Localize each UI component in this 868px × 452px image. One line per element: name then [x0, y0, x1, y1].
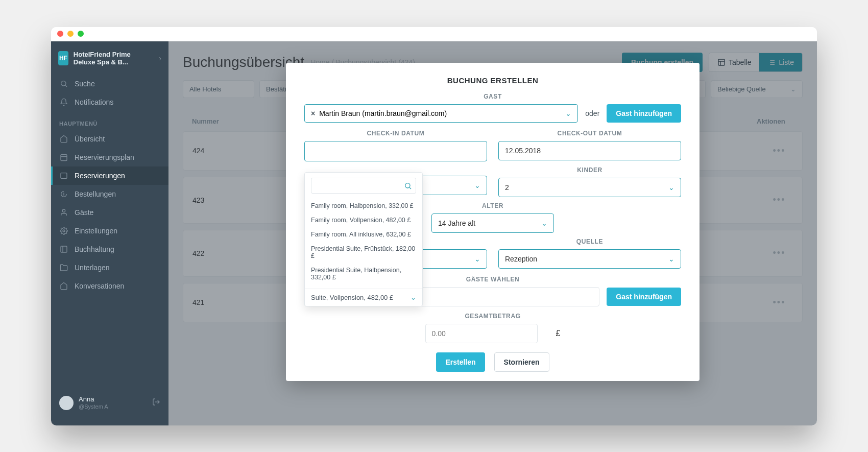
- sidebar-item-reservierungen[interactable]: Reservierungen: [51, 166, 168, 185]
- label-kinder: KINDER: [498, 166, 681, 174]
- sidebar-item-buchhaltung[interactable]: Buchhaltung: [51, 240, 168, 258]
- sidebar-section-header: HAUPTMENÜ: [51, 111, 168, 130]
- nav-icon: [59, 153, 68, 161]
- label-total: GESAMTBETRAG: [304, 313, 681, 320]
- add-guest-button[interactable]: Gast hinzufügen: [607, 104, 681, 123]
- chevron-down-icon: ⌄: [668, 183, 674, 192]
- sidebar-item-gäste[interactable]: Gäste: [51, 203, 168, 222]
- chevron-right-icon: ›: [159, 54, 161, 62]
- svg-rect-9: [61, 246, 67, 252]
- add-additional-guest-button[interactable]: Gast hinzufügen: [607, 288, 681, 306]
- quelle-select[interactable]: Rezeption⌄: [498, 249, 681, 269]
- svg-point-21: [405, 183, 410, 187]
- user-name: Anna: [79, 396, 108, 403]
- nav-icon: [59, 135, 68, 143]
- room-option[interactable]: Family room, All inklusive, 632,00 £: [305, 227, 422, 242]
- nav-icon: [59, 264, 68, 272]
- room-option[interactable]: Presidential Suite, Halbpension, 332,00 …: [305, 263, 422, 284]
- sidebar-item-label: Buchhaltung: [75, 245, 114, 253]
- sidebar-item-label: Unterlagen: [75, 264, 110, 272]
- logout-icon[interactable]: [152, 398, 160, 408]
- svg-point-0: [61, 81, 66, 85]
- chevron-down-icon: ⌄: [541, 219, 547, 227]
- kinder-select[interactable]: 2⌄: [498, 178, 681, 197]
- alter-select[interactable]: 14 Jahre alt⌄: [431, 213, 554, 233]
- room-option[interactable]: Family room, Halbpension, 332,00 £: [305, 199, 422, 213]
- room-type-select-footer[interactable]: Suite, Vollpension, 482,00 £ ⌄: [305, 289, 422, 306]
- sidebar-user[interactable]: Anna @System A: [51, 390, 168, 416]
- chevron-down-icon: ⌄: [668, 255, 674, 263]
- search-icon: [59, 80, 68, 88]
- modal-title: BUCHUNG ERSTELLEN: [304, 76, 681, 85]
- close-window-icon[interactable]: [57, 31, 63, 37]
- label-guest: GAST: [304, 93, 681, 100]
- svg-line-22: [409, 187, 411, 189]
- brand[interactable]: HF HotelFriend Prime Deluxe Spa & B... ›: [51, 51, 168, 75]
- svg-line-1: [65, 85, 67, 87]
- room-option[interactable]: Presidential Suite, Vollpension, 482,00 …: [305, 284, 422, 289]
- cancel-button[interactable]: Stornieren: [494, 352, 549, 372]
- svg-rect-2: [61, 154, 67, 160]
- nav-icon: [59, 190, 68, 198]
- sidebar-item-übersicht[interactable]: Übersicht: [51, 130, 168, 148]
- sidebar-item-label: Bestellungen: [75, 190, 116, 198]
- chevron-down-icon: ⌄: [411, 294, 416, 301]
- sidebar-item-reservierungsplan[interactable]: Reservierungsplan: [51, 148, 168, 166]
- avatar-icon: [59, 396, 74, 410]
- sidebar-notifications-label: Notifications: [75, 98, 113, 106]
- create-booking-modal: BUCHUNG ERSTELLEN GAST × Martin Braun (m…: [286, 63, 700, 381]
- sidebar-item-label: Reservierungen: [75, 172, 125, 180]
- brand-logo-icon: HF: [58, 51, 68, 65]
- room-option[interactable]: Family room, Vollpension, 482,00 £: [305, 213, 422, 227]
- svg-point-8: [63, 230, 65, 232]
- sidebar: HF HotelFriend Prime Deluxe Spa & B... ›…: [51, 41, 168, 425]
- sidebar-item-label: Reservierungsplan: [75, 153, 134, 161]
- total-input[interactable]: [425, 324, 538, 343]
- svg-rect-6: [61, 173, 67, 178]
- label-checkout: CHECK-OUT DATUM: [498, 130, 681, 137]
- window-titlebar: [51, 27, 817, 41]
- sidebar-item-label: Einstellungen: [75, 227, 117, 235]
- minimize-window-icon[interactable]: [67, 31, 74, 37]
- sidebar-search-label: Suche: [75, 80, 95, 88]
- nav-icon: [59, 208, 68, 217]
- guest-select[interactable]: × Martin Braun (martin.braun@gmail.com) …: [304, 104, 578, 123]
- sidebar-notifications[interactable]: Notifications: [51, 93, 168, 111]
- remove-guest-icon[interactable]: ×: [311, 109, 315, 117]
- sidebar-item-einstellungen[interactable]: Einstellungen: [51, 222, 168, 240]
- chevron-down-icon: ⌄: [474, 255, 480, 263]
- sidebar-item-label: Übersicht: [75, 135, 105, 143]
- sidebar-item-unterlagen[interactable]: Unterlagen: [51, 258, 168, 277]
- sidebar-search[interactable]: Suche: [51, 75, 168, 93]
- bell-icon: [59, 98, 68, 106]
- guest-value: Martin Braun (martin.braun@gmail.com): [319, 109, 447, 117]
- nav-icon: [59, 172, 68, 180]
- room-type-dropdown: Family room, Halbpension, 332,00 £Family…: [304, 172, 423, 306]
- label-checkin: CHECK-IN DATUM: [304, 130, 487, 137]
- submit-create-button[interactable]: Erstellen: [436, 352, 485, 372]
- room-option[interactable]: Presidential Suite, Frühstück, 182,00 £: [305, 242, 422, 263]
- search-icon: [404, 182, 412, 192]
- label-quelle: QUELLE: [498, 238, 681, 245]
- room-search-input[interactable]: [311, 178, 416, 194]
- sidebar-item-konversationen[interactable]: Konversationen: [51, 277, 168, 295]
- maximize-window-icon[interactable]: [78, 31, 84, 37]
- nav-icon: [59, 282, 68, 290]
- chevron-down-icon: ⌄: [565, 109, 571, 117]
- nav-icon: [59, 227, 68, 235]
- checkout-input[interactable]: 12.05.2018: [498, 141, 681, 160]
- user-system: @System A: [79, 403, 108, 410]
- currency-symbol: £: [556, 329, 561, 338]
- chevron-down-icon: ⌄: [474, 181, 480, 189]
- label-or: oder: [585, 109, 599, 117]
- brand-name: HotelFriend Prime Deluxe Spa & B...: [74, 51, 154, 66]
- sidebar-item-label: Konversationen: [75, 282, 124, 290]
- sidebar-item-label: Gäste: [75, 208, 93, 217]
- main-content: Buchungsübersicht Home / Buchungsübersic…: [168, 41, 817, 425]
- sidebar-item-bestellungen[interactable]: Bestellungen: [51, 185, 168, 203]
- svg-point-7: [62, 209, 65, 212]
- nav-icon: [59, 245, 68, 253]
- checkin-input[interactable]: [304, 141, 487, 161]
